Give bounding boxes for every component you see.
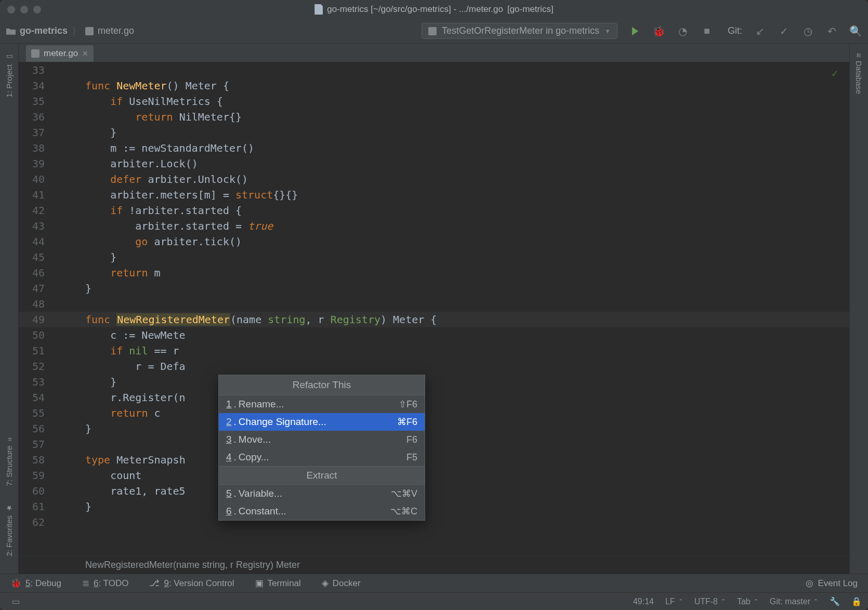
breadcrumb-project[interactable]: go-metrics: [20, 25, 68, 36]
code-line[interactable]: 38 m := newStandardMeter(): [19, 140, 849, 156]
line-number: 45: [19, 249, 49, 265]
line-number: 47: [19, 281, 49, 296]
refactor-item-rename[interactable]: 1. Rename...⇧F6: [219, 395, 425, 413]
line-number: 34: [19, 78, 49, 94]
line-number: 50: [19, 327, 49, 343]
chevron-right-icon: 〉: [72, 25, 81, 37]
line-number: 42: [19, 203, 49, 218]
zoom-window-button[interactable]: [33, 6, 41, 14]
refactor-item-variable[interactable]: 5. Variable...⌥⌘V: [219, 485, 425, 502]
refactor-item-constant[interactable]: 6. Constant...⌥⌘C: [219, 502, 425, 520]
vcs-commit-button[interactable]: ✓: [778, 25, 790, 37]
breadcrumb[interactable]: go-metrics 〉 meter.go: [6, 25, 134, 37]
code-line[interactable]: 50 c := NewMete: [19, 327, 849, 343]
code-line[interactable]: 33: [19, 62, 849, 78]
close-tab-button[interactable]: ✕: [82, 49, 88, 58]
close-window-button[interactable]: [7, 6, 15, 14]
code-line[interactable]: 35 if UseNilMetrics {: [19, 94, 849, 109]
bottom-tool-debug[interactable]: 🐞5: Debug: [10, 578, 61, 589]
code-line[interactable]: 34func NewMeter() Meter {: [19, 78, 849, 94]
git-branch-selector[interactable]: Git: master⌃: [770, 597, 818, 606]
code-line[interactable]: 54 r.Register(n: [19, 390, 849, 405]
line-number: 55: [19, 405, 49, 421]
line-number: 49: [19, 312, 49, 327]
vcs-revert-button[interactable]: ↶: [825, 25, 838, 37]
code-line[interactable]: 45 }: [19, 249, 849, 265]
coverage-button[interactable]: ◔: [677, 25, 689, 37]
code-line[interactable]: 36 return NilMeter{}: [19, 109, 849, 125]
code-line[interactable]: 46 return m: [19, 265, 849, 281]
code-editor[interactable]: ✓ 3334func NewMeter() Meter {35 if UseNi…: [19, 62, 849, 556]
code-line[interactable]: 57: [19, 436, 849, 452]
run-config-label: TestGetOrRegisterMeter in go-metrics: [442, 25, 599, 36]
refactor-item-change-signature[interactable]: 2. Change Signature...⌘F6: [219, 413, 425, 431]
code-line[interactable]: 52 r = Defa: [19, 359, 849, 374]
left-tool-strip: 1: Project▭ 7: Structure⌗ 2: Favorites★: [0, 44, 19, 574]
navigation-bar: go-metrics 〉 meter.go TestGetOrRegisterM…: [0, 19, 868, 44]
code-line[interactable]: 51 if nil == r: [19, 343, 849, 359]
code-line[interactable]: 49func NewRegisteredMeter(name string, r…: [19, 312, 849, 327]
bottom-tool-todo[interactable]: ≣6: TODO: [82, 578, 128, 589]
minimize-window-button[interactable]: [20, 6, 28, 14]
code-line[interactable]: 60 rate1, rate5: [19, 483, 849, 499]
code-line[interactable]: 56}: [19, 421, 849, 436]
panel-toggle-icon[interactable]: ▭: [12, 596, 20, 606]
terminal-icon: ▣: [255, 578, 264, 589]
file-icon: [314, 4, 323, 15]
code-line[interactable]: 48: [19, 296, 849, 312]
editor-tab-meter[interactable]: meter.go ✕: [26, 45, 94, 62]
code-line[interactable]: 44 go arbiter.tick(): [19, 234, 849, 249]
code-line[interactable]: 40 defer arbiter.Unlock(): [19, 171, 849, 187]
refactor-item-move[interactable]: 3. Move...F6: [219, 431, 425, 448]
structure-icon: ⌗: [5, 435, 14, 443]
indent-selector[interactable]: Tab⌃: [737, 597, 758, 606]
code-line[interactable]: 55 return c: [19, 405, 849, 421]
bottom-tool-docker[interactable]: ◈Docker: [322, 578, 361, 589]
breadcrumb-file[interactable]: meter.go: [98, 25, 134, 36]
line-separator-selector[interactable]: LF⌃: [665, 597, 683, 606]
run-configuration-selector[interactable]: TestGetOrRegisterMeter in go-metrics ▼: [422, 23, 617, 39]
code-line[interactable]: 41 arbiter.meters[m] = struct{}{}: [19, 187, 849, 203]
encoding-selector[interactable]: UTF-8⌃: [694, 597, 726, 606]
git-label: Git:: [728, 25, 742, 36]
status-bar: ▭ 49:14 LF⌃ UTF-8⌃ Tab⌃ Git: master⌃ 🔧 🔒: [0, 592, 868, 610]
code-line[interactable]: 59 count: [19, 468, 849, 483]
lock-icon[interactable]: 🔒: [851, 596, 862, 606]
code-line[interactable]: 61}: [19, 499, 849, 514]
sidebar-tab-favorites[interactable]: 2: Favorites★: [4, 499, 15, 561]
line-number: 44: [19, 234, 49, 249]
line-number: 57: [19, 436, 49, 452]
event-log-button[interactable]: ◎ Event Log: [806, 578, 858, 589]
code-line[interactable]: 37 }: [19, 125, 849, 140]
code-line[interactable]: 39 arbiter.Lock(): [19, 156, 849, 171]
run-button[interactable]: [629, 25, 641, 37]
titlebar: go-metrics [~/go/src/go-metrics] - .../m…: [0, 0, 868, 19]
code-line[interactable]: 42 if !arbiter.started {: [19, 203, 849, 218]
go-file-icon: [31, 49, 40, 58]
line-number: 36: [19, 109, 49, 125]
memory-indicator[interactable]: 🔧: [830, 596, 840, 606]
debug-button[interactable]: 🐞: [653, 25, 665, 37]
sidebar-tab-database[interactable]: ≡ Database: [853, 48, 864, 99]
bottom-tool-terminal[interactable]: ▣Terminal: [255, 578, 301, 589]
code-line[interactable]: 47}: [19, 281, 849, 296]
vcs-history-button[interactable]: ◷: [801, 25, 814, 37]
branch-icon: ⎇: [149, 578, 160, 589]
cursor-position[interactable]: 49:14: [633, 597, 654, 606]
line-number: 58: [19, 452, 49, 468]
editor-breadcrumb[interactable]: NewRegisteredMeter(name string, r Regist…: [19, 556, 849, 574]
search-everywhere-button[interactable]: 🔍: [849, 25, 862, 37]
sidebar-tab-project[interactable]: 1: Project▭: [4, 48, 15, 102]
stop-button[interactable]: ■: [701, 25, 713, 37]
refactor-item-copy[interactable]: 4. Copy...F5: [219, 448, 425, 466]
code-line[interactable]: 62: [19, 514, 849, 530]
bottom-tool-version-control[interactable]: ⎇9: Version Control: [149, 578, 234, 589]
code-line[interactable]: 58type MeterSnapsh: [19, 452, 849, 468]
sidebar-tab-structure[interactable]: 7: Structure⌗: [4, 430, 15, 492]
code-line[interactable]: 43 arbiter.started = true: [19, 218, 849, 234]
code-line[interactable]: 53 }: [19, 374, 849, 390]
popup-title: Refactor This: [219, 375, 425, 395]
vcs-update-button[interactable]: ↙: [754, 25, 766, 37]
go-file-icon: [85, 27, 94, 35]
docker-icon: ◈: [322, 578, 328, 589]
